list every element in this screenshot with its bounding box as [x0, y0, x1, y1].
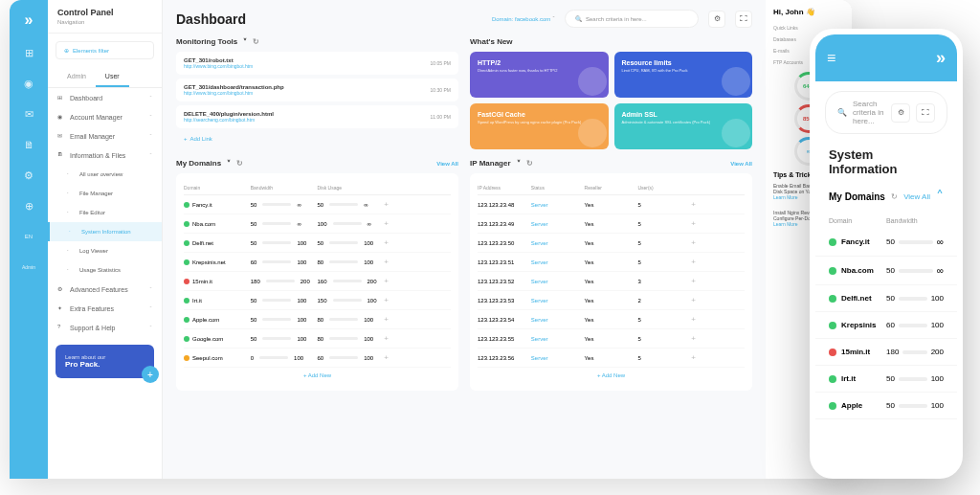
- add-icon[interactable]: +: [691, 353, 745, 362]
- table-row[interactable]: 123.123.23.48ServerYes5+: [478, 195, 745, 214]
- add-icon[interactable]: +: [691, 315, 745, 324]
- nav-subitem[interactable]: ·File Editor: [48, 203, 162, 222]
- add-icon[interactable]: +: [384, 315, 451, 324]
- expand-icon[interactable]: ⛶: [916, 103, 935, 123]
- globe-icon[interactable]: ⊕: [22, 199, 35, 213]
- nav-subitem[interactable]: ·All user overview: [48, 165, 162, 184]
- add-icon[interactable]: +: [384, 277, 451, 285]
- search-icon: 🔍: [575, 15, 582, 22]
- file-icon[interactable]: 🗎: [22, 138, 35, 151]
- lang-icon[interactable]: EN: [22, 230, 35, 243]
- add-icon[interactable]: +: [691, 258, 745, 266]
- whatsnew-card[interactable]: FastCGI CacheSpeed up WordPress by using…: [470, 103, 609, 149]
- table-row[interactable]: 123.123.23.49ServerYes5+: [478, 214, 745, 234]
- refresh-icon[interactable]: ↻: [253, 37, 259, 46]
- nav-item[interactable]: ⚙Advanced Features˅: [48, 280, 162, 299]
- add-icon[interactable]: +: [691, 296, 745, 304]
- table-row[interactable]: Delfi.net5010050100+: [184, 234, 451, 253]
- phone-table-row[interactable]: Delfi.net50100: [815, 285, 957, 312]
- nav-item[interactable]: ⊞Dashboard˅: [48, 88, 162, 107]
- add-icon[interactable]: +: [384, 238, 451, 247]
- chevron-up-icon[interactable]: ˄: [936, 188, 944, 206]
- table-row[interactable]: 123.123.23.56ServerYes5+: [478, 349, 745, 368]
- phone-table-row[interactable]: 15min.it180200: [815, 339, 957, 366]
- phone-table-row[interactable]: Krepsinis60100: [815, 312, 957, 339]
- whatsnew-card[interactable]: Admin SSLAdministrate & automate SSL cer…: [614, 103, 753, 149]
- add-new-button[interactable]: + Add New: [478, 368, 745, 383]
- phone-viewall-link[interactable]: View All: [903, 192, 930, 201]
- phone-table-row[interactable]: Irt.it50100: [815, 366, 957, 393]
- table-row[interactable]: Fancy.it50∞50∞+: [184, 195, 451, 214]
- add-icon[interactable]: +: [691, 238, 745, 247]
- table-row[interactable]: Google.com5010080100+: [184, 329, 451, 349]
- promo-card[interactable]: Learn about our Pro Pack. +: [56, 345, 154, 378]
- table-row[interactable]: Apple.com5010080100+: [184, 310, 451, 329]
- add-icon[interactable]: +: [691, 219, 745, 228]
- status-dot-icon: [829, 267, 836, 275]
- monitoring-item[interactable]: DELETE_400/plugin/version.htmlhttp://sea…: [176, 105, 458, 128]
- table-row[interactable]: 123.123.23.52ServerYes3+: [478, 272, 745, 291]
- nav-subitem[interactable]: ·System Information: [48, 222, 162, 241]
- filter-button[interactable]: ⚙: [708, 11, 725, 28]
- table-row[interactable]: Seepul.com010060100+: [184, 349, 451, 368]
- add-icon[interactable]: +: [691, 334, 745, 343]
- user-icon[interactable]: ◉: [22, 77, 35, 90]
- nav-item[interactable]: ✦Extra Features˅: [48, 299, 162, 318]
- tab-user[interactable]: User: [96, 67, 129, 87]
- table-row[interactable]: 123.123.23.54ServerYes5+: [478, 310, 745, 329]
- refresh-icon[interactable]: ↻: [526, 159, 533, 168]
- monitoring-item[interactable]: GET_301/robot.txthttp://www.bing.com/bin…: [176, 52, 458, 75]
- mail-icon[interactable]: ✉: [22, 107, 35, 121]
- elements-filter-button[interactable]: ⊕ Elements filter: [56, 41, 154, 59]
- add-icon[interactable]: +: [691, 200, 745, 209]
- refresh-icon[interactable]: ↻: [236, 159, 243, 168]
- add-icon[interactable]: +: [384, 258, 451, 266]
- add-icon[interactable]: +: [384, 200, 451, 209]
- table-row[interactable]: 123.123.23.55ServerYes5+: [478, 329, 745, 349]
- admin-icon[interactable]: Admin: [22, 260, 35, 274]
- table-row[interactable]: 123.123.23.53ServerYes2+: [478, 291, 745, 310]
- search-input[interactable]: 🔍 Search criteria in here...: [565, 10, 699, 28]
- add-icon[interactable]: +: [384, 353, 451, 362]
- table-row[interactable]: 123.123.23.50ServerYes5+: [478, 234, 745, 253]
- add-icon[interactable]: +: [384, 296, 451, 304]
- refresh-icon[interactable]: ↻: [891, 192, 898, 201]
- add-icon[interactable]: +: [384, 219, 451, 228]
- promo-fab-button[interactable]: +: [142, 366, 159, 383]
- table-row[interactable]: Krepsinis.net6010080100+: [184, 253, 451, 272]
- status-dot-icon: [184, 221, 189, 227]
- expand-button[interactable]: ⛶: [735, 11, 752, 28]
- table-row[interactable]: Nba.com50∞100∞+: [184, 214, 451, 234]
- add-link-button[interactable]: +Add Link: [176, 132, 458, 146]
- add-icon[interactable]: +: [384, 334, 451, 343]
- nav-item[interactable]: ◉Account Manager˅: [48, 107, 162, 126]
- nav-subitem[interactable]: ·Usage Statistics: [48, 260, 162, 280]
- filter-icon[interactable]: ⚙: [891, 103, 910, 123]
- settings-icon[interactable]: ⚙: [22, 169, 35, 182]
- add-new-button[interactable]: + Add New: [184, 368, 451, 383]
- tab-admin[interactable]: Admin: [57, 67, 96, 87]
- table-row[interactable]: 123.123.23.51ServerYes5+: [478, 253, 745, 272]
- viewall-link[interactable]: View All: [436, 161, 458, 167]
- phone-search-input[interactable]: 🔍 Search criteria in here... ⚙ ⛶: [825, 91, 947, 134]
- monitoring-item[interactable]: GET_301/dashboard/transaction.phphttp://…: [176, 79, 458, 101]
- domain-selector[interactable]: Domain: facebook.com ˅: [492, 15, 555, 22]
- nav-subitem[interactable]: ·File Manager: [48, 184, 162, 203]
- table-row[interactable]: Irt.it50100150100+: [184, 291, 451, 310]
- phone-table-row[interactable]: Fancy.it50∞: [815, 228, 957, 257]
- main-content: Dashboard Domain: facebook.com ˅ 🔍 Searc…: [163, 0, 766, 479]
- cp-subtitle: Navigation: [57, 19, 152, 25]
- nav-item[interactable]: 🗎Information & Files˄: [48, 146, 162, 165]
- phone-table-row[interactable]: Apple50100: [815, 393, 957, 419]
- whatsnew-card[interactable]: Resource limitsLimit CPU, RAM, I/O with …: [614, 52, 753, 98]
- nav-item[interactable]: ?Support & Help˅: [48, 318, 162, 337]
- hamburger-icon[interactable]: ≡: [827, 50, 835, 67]
- phone-table-row[interactable]: Nba.com50∞: [815, 257, 957, 285]
- nav-subitem[interactable]: ·Log Viewer: [48, 241, 162, 260]
- nav-item[interactable]: ✉Email Manager˅: [48, 126, 162, 146]
- viewall-link[interactable]: View All: [730, 161, 752, 167]
- whatsnew-card[interactable]: HTTP/2DirectAdmin runs faster now, thank…: [470, 52, 609, 98]
- add-icon[interactable]: +: [691, 277, 745, 285]
- table-row[interactable]: 15min.it180200160200+: [184, 272, 451, 291]
- dashboard-icon[interactable]: ⊞: [22, 46, 35, 59]
